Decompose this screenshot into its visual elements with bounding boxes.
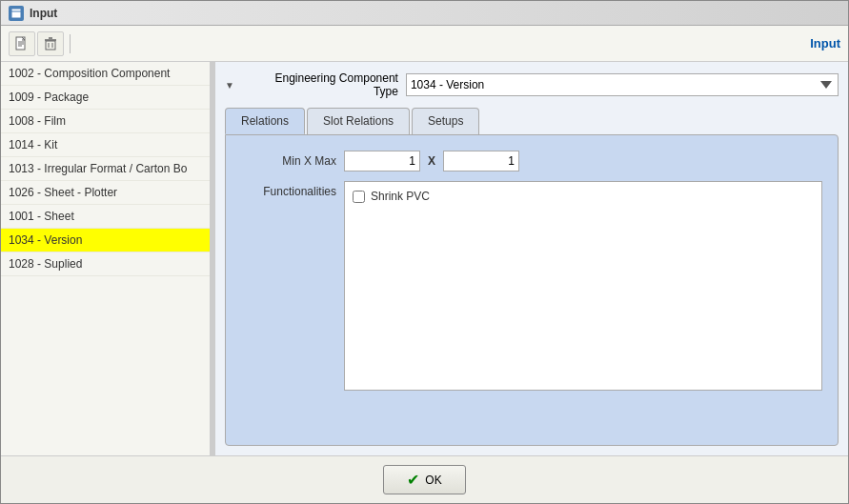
window-title: Input — [30, 7, 57, 20]
sidebar-item-1008[interactable]: 1008 - Film — [1, 110, 210, 133]
title-bar: Input — [1, 1, 848, 26]
right-panel: ▼ Engineering Component Type 1034 - Vers… — [215, 62, 848, 455]
dropdown-expand-icon: ▼ — [225, 80, 234, 91]
eng-label-line1: Engineering Component — [246, 71, 398, 85]
functionalities-label: Functionalities — [241, 181, 336, 198]
eng-component-dropdown[interactable]: 1034 - Version — [406, 73, 839, 96]
window-icon — [9, 6, 24, 21]
ok-label: OK — [425, 474, 441, 487]
tab-content-relations: Min X Max X Functionalities Shrink PVC — [225, 134, 839, 446]
functionalities-box: Shrink PVC — [344, 181, 822, 391]
sidebar-item-1009[interactable]: 1009 - Package — [1, 86, 210, 110]
sidebar-item-1014[interactable]: 1014 - Kit — [1, 133, 210, 157]
svg-rect-0 — [11, 9, 21, 18]
checkbox-shrink-pvc: Shrink PVC — [353, 190, 814, 203]
ok-check-icon: ✔ — [407, 471, 419, 489]
x-separator: X — [428, 154, 435, 168]
tabs-container: Relations Slot Relations Setups — [225, 108, 839, 134]
main-window: Input Input 1002 — [0, 0, 849, 504]
min-x-max-label: Min X Max — [241, 154, 336, 168]
new-icon — [14, 36, 30, 51]
new-button[interactable] — [9, 31, 35, 56]
tab-relations[interactable]: Relations — [225, 108, 305, 134]
sidebar-item-1013[interactable]: 1013 - Irregular Format / Carton Bo — [1, 157, 210, 181]
tab-setups[interactable]: Setups — [412, 108, 479, 134]
tab-slot-relations[interactable]: Slot Relations — [307, 108, 410, 134]
delete-icon — [43, 36, 58, 51]
svg-rect-6 — [46, 41, 55, 50]
eng-component-row: ▼ Engineering Component Type 1034 - Vers… — [225, 71, 839, 98]
sidebar: 1002 - Composition Component 1009 - Pack… — [1, 62, 211, 455]
max-input[interactable] — [443, 151, 519, 171]
min-input[interactable] — [344, 151, 420, 171]
sidebar-item-1034[interactable]: 1034 - Version — [1, 229, 210, 252]
ok-button[interactable]: ✔ OK — [383, 465, 465, 494]
eng-label-line2: Type — [246, 85, 398, 98]
min-x-max-row: Min X Max X — [241, 151, 822, 171]
toolbar-separator — [70, 34, 71, 53]
header-label: Input — [810, 36, 840, 50]
sidebar-item-1001[interactable]: 1001 - Sheet — [1, 205, 210, 229]
sidebar-item-1026[interactable]: 1026 - Sheet - Plotter — [1, 181, 210, 205]
shrink-pvc-checkbox[interactable] — [353, 191, 365, 203]
functionalities-row: Functionalities Shrink PVC — [241, 181, 822, 391]
toolbar: Input — [1, 26, 848, 62]
sidebar-item-1028[interactable]: 1028 - Suplied — [1, 252, 210, 276]
footer: ✔ OK — [1, 455, 848, 503]
main-content: 1002 - Composition Component 1009 - Pack… — [1, 62, 848, 455]
delete-button[interactable] — [37, 31, 64, 56]
shrink-pvc-label: Shrink PVC — [371, 190, 430, 203]
sidebar-item-1002[interactable]: 1002 - Composition Component — [1, 62, 210, 86]
eng-component-label: Engineering Component Type — [246, 71, 398, 98]
